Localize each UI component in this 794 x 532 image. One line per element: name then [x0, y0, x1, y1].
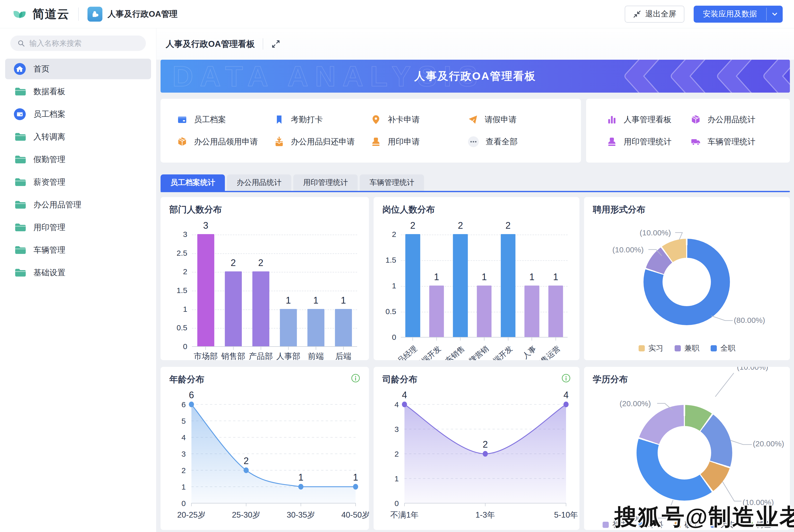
svg-text:1-3年: 1-3年	[475, 510, 495, 519]
quicklink-label: 查看全部	[486, 136, 518, 147]
info-icon[interactable]	[351, 374, 360, 383]
brand-logo[interactable]: 简道云	[11, 6, 70, 22]
breadcrumb: 人事及行政OA管理看板	[156, 28, 794, 60]
app-screen: 简道云 人事及行政OA管理 退出全屏 安装应用及数据	[0, 0, 794, 532]
sidebar: 首页 数据看板 员工档案 入转调离 假勤管理 薪资管理 办公用品管理	[0, 28, 156, 532]
tab-employee-files-stats[interactable]: 员工档案统计	[160, 174, 225, 191]
banner-chevron-decoration	[612, 60, 790, 93]
quicklink-label: 考勤打卡	[291, 114, 323, 125]
search-input[interactable]	[29, 39, 139, 48]
search-icon	[17, 39, 25, 48]
sidebar-item-label: 假勤管理	[34, 154, 65, 165]
quicklink-supplies-return[interactable]: 办公用品归还申请	[274, 131, 371, 153]
legend-item: 全职	[711, 343, 735, 354]
chart-title: 司龄分布	[382, 374, 417, 385]
svg-text:0: 0	[394, 499, 399, 508]
folder-icon	[14, 131, 26, 143]
chevron-down-icon[interactable]	[767, 6, 783, 23]
compress-icon	[633, 10, 641, 18]
statlink-label: 车辆管理统计	[707, 136, 755, 147]
statlink-supplies-stats[interactable]: 办公用品统计	[691, 109, 774, 131]
truck-icon	[691, 137, 701, 147]
svg-text:40-50岁: 40-50岁	[341, 510, 369, 519]
sidebar-search[interactable]	[10, 36, 146, 51]
tab-vehicle-stats[interactable]: 车辆管理统计	[360, 174, 424, 191]
svg-text:20-25岁: 20-25岁	[177, 510, 206, 519]
svg-text:5-10年: 5-10年	[554, 510, 578, 519]
box-icon	[691, 114, 701, 125]
top-navbar: 简道云 人事及行政OA管理 退出全屏 安装应用及数据	[0, 0, 794, 28]
quicklink-punch-correction[interactable]: 补卡申请	[371, 109, 468, 131]
expand-fullscreen-icon[interactable]	[271, 39, 281, 49]
chart-card-tenure-distribution: 司龄分布 012344不满1年21-3年45-10年	[374, 367, 580, 530]
chart-card-department-count: 部门人数分布 32211100.511.522.53市场部销售部产品部人事部前端…	[160, 197, 369, 360]
exit-fullscreen-label: 退出全屏	[645, 9, 676, 19]
legend-item: 实习	[639, 343, 663, 354]
sidebar-item-vehicle[interactable]: 车辆管理	[5, 240, 151, 260]
archive-icon	[14, 108, 26, 120]
tab-seal-stats[interactable]: 用印管理统计	[293, 174, 358, 191]
svg-text:4: 4	[182, 433, 186, 442]
employment-type-donut-chart: (80.00%)(10.00%)(10.00%)实习兼职全职	[593, 220, 781, 354]
svg-text:3: 3	[394, 425, 399, 434]
sidebar-item-label: 基础设置	[34, 267, 65, 278]
install-app-button[interactable]: 安装应用及数据	[694, 6, 783, 23]
svg-text:3: 3	[182, 450, 186, 458]
sidebar-item-salary[interactable]: 薪资管理	[5, 172, 151, 192]
charts-grid: 部门人数分布 32211100.511.522.53市场部销售部产品部人事部前端…	[160, 197, 790, 530]
app-name: 人事及行政OA管理	[108, 8, 177, 20]
statlink-label: 人事管理看板	[624, 114, 672, 125]
sidebar-item-home[interactable]: 首页	[5, 59, 151, 79]
quicklink-view-all[interactable]: 查看全部	[468, 131, 565, 153]
statlink-seal-stats[interactable]: 用印管理统计	[607, 131, 691, 153]
quicklink-leave-request[interactable]: 请假申请	[468, 109, 565, 131]
sidebar-item-onboarding[interactable]: 入转调离	[5, 127, 151, 147]
quicklink-supplies-claim[interactable]: 办公用品领用申请	[177, 131, 274, 153]
sidebar-item-label: 办公用品管理	[34, 200, 81, 210]
banner-title: 人事及行政OA管理看板	[414, 69, 536, 83]
svg-text:不满1年: 不满1年	[390, 510, 419, 519]
statlink-vehicle-stats[interactable]: 车辆管理统计	[691, 131, 774, 153]
quicklink-label: 用印申请	[388, 136, 420, 147]
quicklink-employee-files[interactable]: 员工档案	[177, 109, 274, 131]
chart-title: 部门人数分布	[169, 204, 222, 215]
sidebar-item-settings[interactable]: 基础设置	[5, 262, 151, 283]
quicklink-seal-request[interactable]: 用印申请	[371, 131, 468, 153]
age-area-chart: 0123456620-25岁225-30岁130-35岁140-50岁	[169, 390, 360, 523]
quick-links-card: 员工档案 考勤打卡 补卡申请 请假申请	[160, 99, 581, 163]
card-icon	[177, 114, 187, 125]
folder-icon	[14, 267, 26, 279]
sidebar-item-data-board[interactable]: 数据看板	[5, 81, 151, 102]
legend-item: 兼职	[675, 343, 699, 354]
svg-text:1: 1	[182, 482, 186, 491]
statlink-hr-dashboard[interactable]: 人事管理看板	[607, 109, 691, 131]
quicklink-attendance-punch[interactable]: 考勤打卡	[274, 109, 371, 131]
pie-slice-label: (10.00%)	[612, 245, 644, 254]
sidebar-item-seal[interactable]: 用印管理	[5, 217, 151, 238]
sidebar-item-office-supplies[interactable]: 办公用品管理	[5, 194, 151, 215]
home-icon	[14, 63, 26, 75]
sidebar-item-employee-files[interactable]: 员工档案	[5, 104, 151, 125]
pie-slice-label: (80.00%)	[734, 316, 765, 325]
dashboard-banner: DATA ANALYSIS 人事及行政OA管理看板	[160, 60, 790, 93]
sidebar-item-label: 用印管理	[34, 222, 65, 233]
sidebar-item-attendance[interactable]: 假勤管理	[5, 149, 151, 170]
quicklink-label: 请假申请	[485, 114, 517, 125]
svg-text:0: 0	[182, 499, 186, 508]
page-title: 人事及行政OA管理看板	[166, 38, 255, 50]
exit-fullscreen-button[interactable]: 退出全屏	[625, 6, 684, 23]
info-icon[interactable]	[562, 374, 571, 383]
svg-text:2: 2	[483, 439, 488, 450]
tray-icon	[274, 137, 284, 147]
ellipsis-icon	[468, 136, 479, 147]
svg-text:2: 2	[244, 456, 249, 466]
main-area: 人事及行政OA管理看板 DATA ANALYSIS 人事及行政OA管理看板	[156, 28, 794, 532]
chart-title: 年龄分布	[169, 374, 204, 385]
send-icon	[468, 114, 478, 125]
chart-card-employment-type: 聘用形式分布 (80.00%)(10.00%)(10.00%)实习兼职全职	[584, 197, 790, 360]
svg-text:25-30岁: 25-30岁	[232, 510, 260, 519]
box-icon	[177, 137, 187, 147]
svg-text:5: 5	[182, 417, 186, 425]
tab-supplies-stats[interactable]: 办公用品统计	[227, 174, 291, 191]
chart-title: 岗位人数分布	[382, 204, 435, 215]
